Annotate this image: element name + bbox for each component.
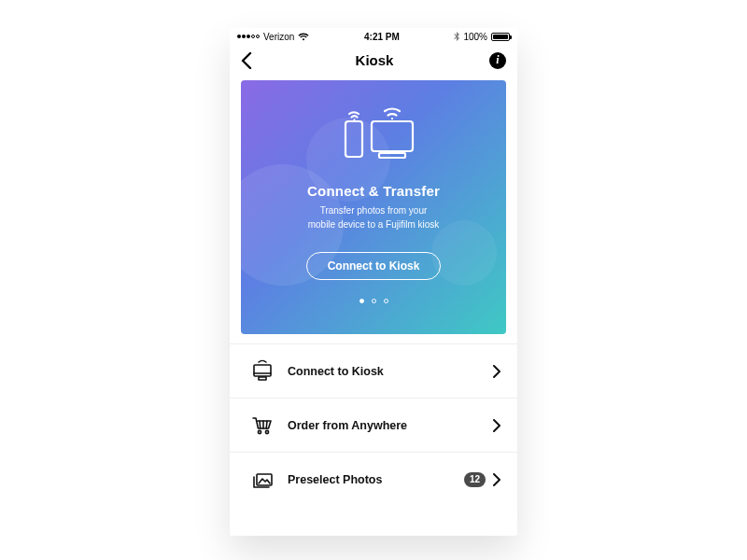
pager-dot[interactable] (384, 299, 388, 303)
svg-point-1 (354, 119, 356, 120)
svg-line-8 (260, 421, 261, 428)
info-button[interactable]: i (489, 52, 506, 69)
list-item-label: Order from Anywhere (288, 419, 493, 432)
back-button[interactable] (241, 51, 260, 70)
bluetooth-icon (454, 32, 459, 41)
svg-point-11 (258, 430, 261, 433)
nav-bar: Kiosk i (230, 45, 517, 77)
chevron-right-icon (493, 419, 500, 432)
hero-card[interactable]: Connect & Transfer Transfer photos from … (241, 80, 506, 334)
clock: 4:21 PM (364, 32, 400, 42)
svg-rect-7 (259, 377, 266, 380)
battery-icon (491, 33, 510, 41)
page-title: Kiosk (356, 52, 394, 68)
svg-rect-2 (372, 121, 413, 151)
status-right: 100% (454, 32, 510, 42)
status-left: Verizon (237, 32, 309, 42)
phone-frame: Verizon 4:21 PM 100% Kiosk (230, 28, 517, 536)
list-item-connect-to-kiosk[interactable]: Connect to Kiosk (230, 343, 517, 398)
count-badge: 12 (464, 472, 486, 487)
svg-rect-0 (345, 121, 362, 157)
photos-icon (247, 468, 278, 492)
list-item-label: Connect to Kiosk (288, 365, 493, 378)
wifi-icon (298, 33, 309, 41)
chevron-right-icon (493, 365, 500, 378)
pager-dot[interactable] (359, 299, 364, 303)
cart-icon (247, 413, 278, 438)
carrier-label: Verizon (263, 32, 294, 42)
status-bar: Verizon 4:21 PM 100% (230, 28, 517, 45)
chevron-left-icon (241, 52, 252, 69)
list-item-label: Preselect Photos (288, 473, 464, 486)
svg-point-4 (391, 118, 393, 119)
carousel-pager[interactable] (359, 299, 388, 303)
connect-to-kiosk-cta[interactable]: Connect to Kiosk (306, 252, 442, 280)
svg-rect-5 (254, 365, 271, 376)
chevron-right-icon (493, 473, 500, 486)
svg-rect-3 (379, 153, 405, 158)
battery-pct: 100% (463, 32, 487, 42)
kiosk-icon (247, 359, 278, 384)
connect-transfer-illustration (317, 101, 430, 166)
pager-dot[interactable] (372, 299, 376, 303)
hero-title: Connect & Transfer (307, 183, 440, 199)
menu-list: Connect to Kiosk (230, 343, 517, 506)
list-item-preselect-photos[interactable]: Preselect Photos 12 (230, 452, 517, 506)
svg-line-10 (266, 421, 267, 428)
hero-subtitle: Transfer photos from your mobile device … (308, 204, 440, 231)
svg-point-12 (265, 430, 268, 433)
signal-dots-icon (237, 35, 260, 38)
list-item-order-anywhere[interactable]: Order from Anywhere (230, 398, 517, 452)
